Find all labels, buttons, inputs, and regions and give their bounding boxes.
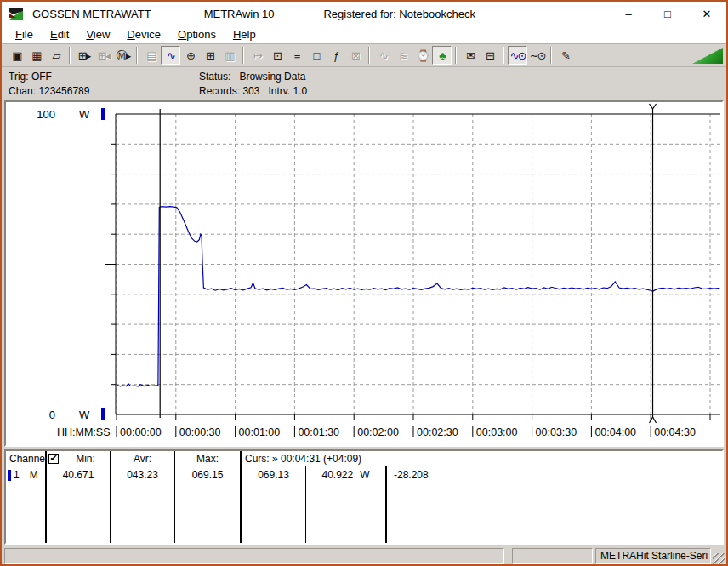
menu-bar: FileEditViewDeviceOptionsHelp (2, 26, 726, 44)
close-button[interactable]: ✕ (687, 2, 726, 26)
diff-header-cell (387, 451, 722, 466)
menu-item-file[interactable]: File (7, 26, 42, 43)
statusbar-aux-panel (512, 548, 593, 564)
trig-label: Trig: (9, 71, 29, 83)
app-logo-icon (9, 7, 24, 20)
channel-mode: M (30, 469, 38, 481)
read-memory-icon: Ⓜ▸ (117, 50, 130, 61)
read-memory-button[interactable]: Ⓜ▸ (113, 46, 133, 65)
window-controls: – □ ✕ (609, 2, 726, 26)
display-setup-button[interactable]: □ (306, 46, 326, 65)
channel-number: 1 (14, 469, 20, 481)
cursor-header-cell: Curs: » 00:04:31 (+04:09) (242, 451, 387, 466)
chan-value: 123456789 (38, 85, 89, 97)
diff-value-cell: -28.208 (387, 466, 722, 543)
toolbar: ▣▦▱⊞▸⊞◂Ⓜ▸▤∿⊕⊞▥↦⊡≡□ƒ⊠∿≋⌚♣✉⊟∿⊙∼⊙✎ (2, 44, 726, 67)
toolbar-separator (368, 47, 370, 64)
time-tick-label-3: 00:01:30 (298, 426, 339, 438)
menu-item-view[interactable]: View (77, 26, 118, 43)
zoom-curve-button[interactable]: ∿⊙ (508, 46, 527, 65)
channel-visible-checkbox[interactable]: ✔ (48, 454, 59, 464)
open-file-button[interactable]: ▱ (46, 46, 65, 65)
chan-label: Chan: (9, 85, 36, 97)
channel-header-cell: Channel: (6, 451, 47, 466)
formula-editor-icon: ƒ (333, 50, 338, 61)
save-data-button[interactable]: ▦ (26, 46, 46, 65)
print-icon: ⊟ (486, 50, 493, 61)
formula-editor-button[interactable]: ƒ (326, 46, 345, 65)
cursor2-value: 40.922 (321, 469, 353, 481)
channel-setup-icon: ≡ (294, 50, 299, 61)
time-axis-format-label: HH:MM:SS (57, 426, 111, 438)
time-tick-label-4: 00:02:00 (357, 426, 399, 438)
app-vendor-title: GOSSEN METRAWATT (32, 8, 151, 20)
y-min-label: 0 (49, 409, 55, 421)
records-label: Records: (199, 85, 240, 97)
menu-item-device[interactable]: Device (118, 26, 169, 43)
table-view-button[interactable]: ⊞ (200, 46, 219, 65)
wave-envelope-button: ≋ (393, 46, 412, 65)
toolbar-corner-triangle (692, 48, 723, 64)
device-name-text: METRAHit Starline-Seri (600, 550, 708, 562)
save-curve-button[interactable]: ▣ (7, 46, 26, 65)
time-setup-icon: ⌚ (416, 50, 428, 61)
channel-color-marker (8, 470, 11, 481)
avr-value: 043.23 (127, 469, 158, 481)
max-header-label: Max: (175, 453, 240, 465)
time-tick-label-8: 00:04:00 (594, 426, 636, 438)
acquisition-status-panel: Trig: OFF Chan: 123456789 Status: Browsi… (2, 67, 726, 100)
curve-view-button[interactable]: ∿ (161, 46, 180, 65)
read-device-button[interactable]: ⊞▸ (74, 46, 94, 65)
export-data-button: ↦ (247, 46, 267, 65)
status-bar: METRAHit Starline-Seri (2, 545, 726, 565)
display-setup-icon: □ (314, 50, 319, 61)
export-data-icon: ↦ (253, 50, 261, 61)
menu-item-edit[interactable]: Edit (42, 26, 77, 43)
open-file-icon: ▱ (53, 50, 60, 61)
wave-minmax-icon: ∿ (379, 50, 387, 61)
time-tick-label-6: 00:03:00 (476, 426, 518, 438)
time-tick-label-1: 00:00:30 (179, 426, 221, 438)
interval-value: 1.0 (293, 85, 308, 97)
crosshair-view-icon: ⊕ (186, 50, 194, 61)
channel-marker-bottom (101, 408, 105, 420)
cursor2-unit: W (360, 469, 369, 481)
menu-item-help[interactable]: Help (225, 26, 264, 43)
y-max-label: 100 (37, 108, 55, 121)
toolbar-separator (136, 47, 138, 64)
cursor1-value-cell: 069.13 (242, 466, 306, 543)
cursor2-value-cell: 40.922 W (306, 466, 387, 543)
screen-capture-button[interactable]: ⊡ (267, 46, 287, 65)
min-value: 40.671 (63, 469, 94, 481)
minimize-button[interactable]: – (609, 2, 648, 26)
statusbar-device-panel: METRAHit Starline-Seri (595, 548, 711, 564)
power-chart: 100W0WHH:MM:SS00:00:0000:00:3000:01:0000… (6, 102, 725, 445)
min-value-cell: 40.671 (47, 466, 111, 543)
digital-display-icon: ▤ (146, 50, 155, 61)
status-value: Browsing Data (239, 71, 305, 83)
trigger-setup-button[interactable]: ♣ (432, 46, 452, 65)
comment-button[interactable]: ✎ (555, 46, 575, 65)
crosshair-view-button[interactable]: ⊕ (180, 46, 200, 65)
cursor-handle-top-right (653, 104, 657, 109)
print-report-button[interactable]: ✉ (460, 46, 480, 65)
menu-item-options[interactable]: Options (169, 26, 225, 43)
channel-setup-button[interactable]: ≡ (287, 46, 306, 65)
time-setup-button[interactable]: ⌚ (412, 46, 432, 65)
print-button[interactable]: ⊟ (480, 46, 499, 65)
max-header-cell: Max: (175, 451, 242, 466)
checkmark-icon: ✔ (49, 454, 57, 463)
app-window: GOSSEN METRAWATT METRAwin 10 Registered … (0, 0, 728, 566)
title-bar: GOSSEN METRAWATT METRAwin 10 Registered … (2, 2, 726, 26)
y-unit-top-label: W (79, 108, 90, 121)
screen-capture-icon: ⊡ (273, 50, 281, 61)
maximize-button[interactable]: □ (648, 2, 687, 26)
resize-grip[interactable] (713, 553, 725, 565)
zoom-select-button[interactable]: ∼⊙ (527, 46, 547, 65)
max-value: 069.15 (192, 469, 224, 481)
table-view-icon: ⊞ (206, 50, 213, 61)
chart-panel: 100W0WHH:MM:SS00:00:0000:00:3000:01:0000… (4, 100, 724, 447)
write-device-button: ⊞◂ (94, 46, 113, 65)
min-header-cell: ✔ Min: (47, 451, 111, 466)
trigger-setup-icon: ♣ (439, 50, 445, 61)
